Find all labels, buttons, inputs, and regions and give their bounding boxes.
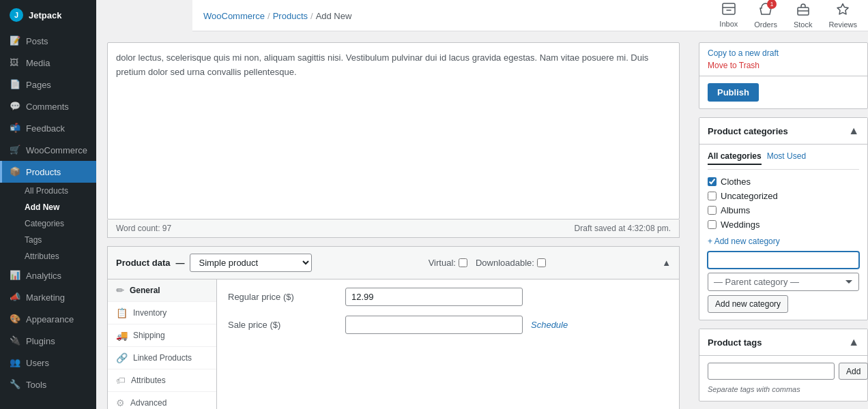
product-tags-toggle[interactable]: ▲ (848, 336, 859, 348)
topbar-reviews[interactable]: Reviews (828, 3, 857, 29)
move-to-trash-link[interactable]: Move to Trash (708, 61, 859, 70)
virtual-checkbox[interactable] (459, 258, 467, 267)
cat-checkbox-weddings[interactable] (708, 220, 717, 229)
tags-label: Tags (25, 235, 42, 245)
sidebar-item-marketing[interactable]: 📣 Marketing (0, 286, 96, 308)
nav-general-label: General (130, 286, 160, 295)
sidebar-item-label: Feedback (26, 123, 65, 134)
tab-most-used[interactable]: Most Used (767, 151, 806, 165)
field-row-sale-price: Sale price ($) Schedule (228, 316, 668, 334)
add-tag-button[interactable]: Add (839, 363, 868, 380)
product-categories-box: Product categories ▲ All categories Most… (699, 117, 868, 320)
orders-label: Orders (754, 20, 777, 29)
breadcrumb-woocommerce[interactable]: WooCommerce (203, 10, 265, 20)
product-categories-body: All categories Most Used Clothes Uncateg… (699, 145, 867, 320)
sidebar-item-woocommerce[interactable]: 🛒 WooCommerce (0, 139, 96, 161)
tags-input[interactable] (708, 363, 835, 380)
general-icon: ✏ (116, 285, 124, 296)
sidebar-item-posts[interactable]: 📝 Posts (0, 30, 96, 52)
sidebar-item-plugins[interactable]: 🔌 Plugins (0, 330, 96, 352)
add-new-category-button[interactable]: Add new category (708, 295, 788, 313)
topbar-stock[interactable]: Stock (794, 2, 813, 29)
breadcrumb-current: Add New (316, 10, 352, 20)
sidebar-item-users[interactable]: 👥 Users (0, 352, 96, 374)
field-row-regular-price: Regular price ($) (228, 288, 668, 306)
attributes-label: Attributes (25, 252, 59, 261)
cat-label-clothes: Clothes (721, 177, 751, 187)
nav-inventory[interactable]: 📋 Inventory (108, 302, 216, 324)
sidebar-item-pages[interactable]: 📄 Pages (0, 74, 96, 95)
downloadable-checkbox[interactable] (537, 258, 546, 267)
inbox-label: Inbox (719, 20, 738, 28)
product-categories-toggle[interactable]: ▲ (848, 125, 859, 137)
sidebar-item-products[interactable]: 📦 Products (0, 161, 96, 183)
topbar-orders[interactable]: 1 Orders (754, 2, 777, 29)
nav-advanced[interactable]: ⚙ Advanced (108, 392, 216, 409)
publish-box: Copy to a new draft Move to Trash Publis… (699, 42, 868, 109)
breadcrumb: WooCommerce / Products / Add New (203, 10, 351, 20)
media-icon: 🖼 (10, 57, 20, 68)
cat-item-albums: Albums (708, 205, 859, 215)
cat-checkbox-albums[interactable] (708, 206, 717, 215)
sidebar-item-appearance[interactable]: 🎨 Appearance (0, 308, 96, 330)
breadcrumb-products[interactable]: Products (273, 10, 308, 20)
editor-box[interactable]: dolor lectus, scelerisque quis mi non, a… (107, 42, 680, 219)
tags-hint: Separate tags with commas (708, 385, 800, 393)
topbar-inbox[interactable]: Inbox (719, 3, 738, 28)
parent-cat-select[interactable]: — Parent category — (708, 273, 859, 291)
reviews-label: Reviews (828, 20, 857, 29)
sale-price-input[interactable] (345, 316, 523, 334)
content-area: dolor lectus, scelerisque quis mi non, a… (96, 31, 691, 409)
sidebar-item-label: Comments (26, 102, 69, 112)
inbox-icon (722, 3, 736, 18)
nav-shipping[interactable]: 🚚 Shipping (108, 324, 216, 347)
sidebar-sub-attributes[interactable]: Attributes (0, 248, 96, 264)
downloadable-label: Downloadable: (476, 258, 546, 268)
sidebar-item-label: Plugins (26, 336, 55, 346)
publish-links: Copy to a new draft Move to Trash (699, 43, 867, 76)
cat-item-uncategorized: Uncategorized (708, 191, 859, 201)
add-new-category-link[interactable]: + Add new category (708, 237, 859, 246)
nav-attributes-label: Attributes (131, 376, 166, 385)
nav-linked-products[interactable]: 🔗 Linked Products (108, 347, 216, 369)
nav-attributes[interactable]: 🏷 Attributes (108, 369, 216, 392)
cat-checkbox-clothes[interactable] (708, 177, 717, 186)
new-cat-name-input[interactable] (708, 252, 859, 269)
orders-badge: 1 (767, 0, 777, 9)
sidebar-sub-all-products[interactable]: All Products (0, 183, 96, 199)
sidebar-sub-categories[interactable]: Categories (0, 215, 96, 232)
copy-draft-link[interactable]: Copy to a new draft (708, 48, 859, 58)
sidebar-item-comments[interactable]: 💬 Comments (0, 95, 96, 117)
product-data-title: Product data — Simple product Variable p… (116, 254, 312, 272)
cat-list: Clothes Uncategorized Albums Weddin (708, 177, 859, 230)
word-count-label: Word count: (116, 224, 160, 233)
main-content: dolor lectus, scelerisque quis mi non, a… (96, 31, 868, 409)
breadcrumb-sep-1: / (267, 10, 270, 20)
cat-tabs: All categories Most Used (708, 151, 859, 170)
schedule-link[interactable]: Schedule (531, 320, 568, 330)
publish-button[interactable]: Publish (708, 83, 759, 102)
sidebar-item-feedback[interactable]: 📬 Feedback (0, 117, 96, 139)
product-type-select[interactable]: Simple product Variable product Grouped … (190, 254, 312, 272)
sidebar-item-analytics[interactable]: 📊 Analytics (0, 264, 96, 286)
sidebar-sub-add-new[interactable]: Add New (0, 199, 96, 215)
cat-checkbox-uncategorized[interactable] (708, 192, 717, 200)
sidebar-item-label: Appearance (26, 314, 74, 324)
product-data-body: ✏ General 📋 Inventory 🚚 Shipping 🔗 (108, 279, 679, 409)
advanced-icon: ⚙ (116, 397, 125, 408)
pages-icon: 📄 (10, 79, 20, 90)
sidebar-logo[interactable]: J Jetpack (0, 0, 96, 30)
sale-price-label: Sale price ($) (228, 320, 337, 330)
sidebar-item-tools[interactable]: 🔧 Tools (0, 374, 96, 395)
cat-label-albums: Albums (721, 205, 750, 215)
tab-all-categories[interactable]: All categories (708, 151, 762, 165)
nav-general[interactable]: ✏ General (108, 279, 216, 302)
regular-price-input[interactable] (345, 288, 523, 306)
nav-shipping-label: Shipping (133, 331, 165, 340)
sidebar: J Jetpack 📝 Posts 🖼 Media 📄 Pages 💬 Comm… (0, 0, 96, 409)
collapse-icon[interactable]: ▲ (662, 258, 671, 268)
sidebar-item-media[interactable]: 🖼 Media (0, 52, 96, 74)
sidebar-sub-tags[interactable]: Tags (0, 232, 96, 248)
nav-linked-label: Linked Products (133, 353, 192, 363)
analytics-icon: 📊 (10, 270, 20, 281)
